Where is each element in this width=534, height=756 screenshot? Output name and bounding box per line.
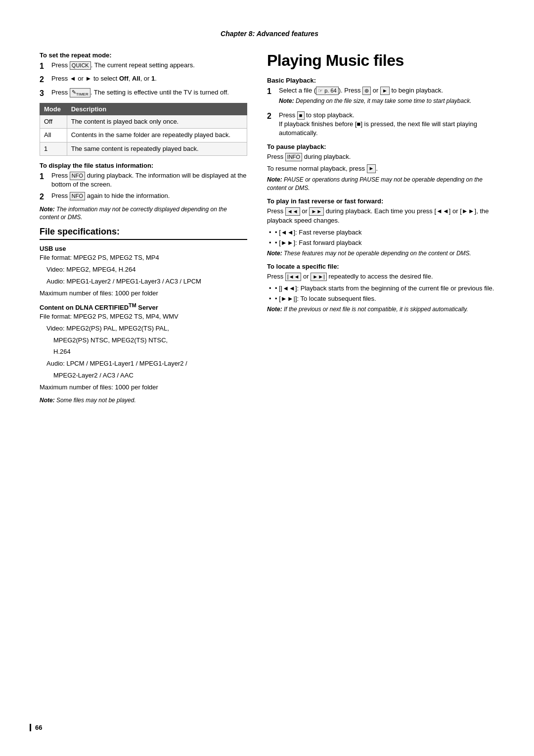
locate-file-heading: To locate a specific file: [267, 263, 499, 270]
chapter-header: Chapter 8: Advanced features [40, 30, 499, 38]
step-content-3: Press ✎TIMER. The setting is effective u… [51, 88, 247, 99]
bullet-fast-rev: • [◄◄]: Fast reverse playback [267, 228, 499, 237]
step-num-2: 2 [40, 191, 47, 202]
basic-step-2: 2 Press ■ to stop playback. If playback … [267, 111, 499, 138]
repeat-step-3: 3 Press ✎TIMER. The setting is effective… [40, 88, 247, 99]
locate-file-bullets: • [|◄◄]: Playback starts from the beginn… [267, 284, 499, 303]
table-header-mode: Mode [40, 103, 67, 115]
page-title: Playing Music files [267, 51, 499, 70]
mode-off: Off [40, 115, 67, 129]
step-num-2: 2 [267, 111, 275, 138]
pause-line2: To resume normal playback, press ►. [267, 164, 499, 174]
fast-play-heading: To play in fast reverse or fast forward: [267, 197, 499, 205]
step-content-2: Press ◄ or ► to select Off, All, or 1. [51, 74, 247, 85]
pause-note: Note: PAUSE or operations during PAUSE m… [267, 176, 499, 192]
pause-playback-section: To pause playback: Press INFO during pla… [267, 143, 499, 192]
dlna-heading: Content on DLNA CERTIFIEDTM Server [40, 302, 247, 311]
basic-playback-heading: Basic Playback: [267, 77, 499, 84]
table-row: 1 The same content is repeatedly played … [40, 142, 247, 155]
page: Chapter 8: Advanced features To set the … [0, 0, 534, 756]
rew-btn: ◄◄ [285, 207, 300, 216]
usb-heading: USB use [40, 245, 247, 252]
desc-1: The same content is repeatedly played ba… [67, 142, 247, 155]
left-column: To set the repeat mode: 1 Press QUICK. T… [40, 51, 247, 410]
file-status-step-2: 2 Press NFO again to hide the informatio… [40, 191, 247, 202]
page-number: 66 [30, 724, 42, 731]
step-content-1: Press QUICK. The current repeat setting … [51, 61, 247, 72]
usb-max-files: Maximum number of files: 1000 per folder [40, 289, 247, 298]
file-spec-note: Note: Some files may not be played. [40, 396, 247, 405]
table-row: All Contents in the same folder are repe… [40, 129, 247, 142]
two-column-layout: To set the repeat mode: 1 Press QUICK. T… [40, 51, 499, 410]
pause-line1: Press INFO during playback. [267, 152, 499, 162]
step-content-1: Select a file (☞ p. 64). Press ⊛ or ► to… [279, 86, 499, 108]
quick-btn: QUICK [70, 61, 91, 70]
usb-audio: Audio: MPEG1-Layer2 / MPEG1-Layer3 / AC3… [46, 277, 247, 286]
fast-play-section: To play in fast reverse or fast forward:… [267, 197, 499, 258]
file-status-heading: To display the file status information: [40, 162, 247, 169]
desc-off: The content is played back only once. [67, 115, 247, 129]
step-num-1: 1 [40, 171, 47, 189]
table-row: Off The content is played back only once… [40, 115, 247, 129]
locate-file-text: Press |◄◄ or ►►| repeatedly to access th… [267, 272, 499, 282]
bullet-next-file: • [►►|]: To locate subsequent files. [267, 294, 499, 303]
repeat-step-2: 2 Press ◄ or ► to select Off, All, or 1. [40, 74, 247, 85]
mode-all: All [40, 129, 67, 142]
nfo-btn-2: NFO [70, 192, 85, 200]
fast-play-text: Press ◄◄ or ►► during playback. Each tim… [267, 207, 499, 226]
desc-all: Contents in the same folder are repeated… [67, 129, 247, 142]
stop-btn: ■ [297, 111, 305, 120]
basic-step-1-note: Note: Depending on the file size, it may… [279, 97, 499, 105]
step-content-2: Press NFO again to hide the information. [51, 191, 247, 202]
file-spec-section: File specifications: USB use File format… [40, 227, 247, 404]
dlna-max-files: Maximum number of files: 1000 per folder [40, 383, 247, 392]
pause-playback-heading: To pause playback: [267, 143, 499, 150]
prev-btn: |◄◄ [285, 273, 302, 281]
dlna-audio-2: MPEG2-Layer2 / AC3 / AAC [53, 371, 247, 380]
step-content-1: Press NFO during playback. The informati… [51, 171, 247, 189]
mode-1: 1 [40, 142, 67, 155]
right-column: Playing Music files Basic Playback: 1 Se… [267, 51, 499, 410]
file-status-steps: 1 Press NFO during playback. The informa… [40, 171, 247, 203]
step-content-2: Press ■ to stop playback. If playback fi… [279, 111, 499, 138]
fast-play-bullets: • [◄◄]: Fast reverse playback • [►►]: Fa… [267, 228, 499, 247]
bullet-fast-fwd: • [►►]: Fast forward playback [267, 238, 499, 247]
resume-btn: ► [367, 164, 376, 173]
ff-btn: ►► [309, 207, 324, 216]
timer-btn: ✎TIMER [70, 88, 90, 97]
step-num-1: 1 [40, 61, 47, 72]
mode-table: Mode Description Off The content is play… [40, 103, 247, 156]
file-status-section: To display the file status information: … [40, 162, 247, 222]
info-btn: INFO [285, 153, 302, 161]
next-btn: ►►| [311, 273, 327, 281]
file-spec-title: File specifications: [40, 227, 247, 240]
step-num-3: 3 [40, 88, 47, 99]
step-num-2: 2 [40, 74, 47, 85]
repeat-step-1: 1 Press QUICK. The current repeat settin… [40, 61, 247, 72]
table-header-desc: Description [67, 103, 247, 115]
dlna-audio-1: Audio: LPCM / MPEG1-Layer1 / MPEG1-Layer… [46, 359, 247, 369]
usb-video: Video: MPEG2, MPEG4, H.264 [46, 265, 247, 275]
locate-file-section: To locate a specific file: Press |◄◄ or … [267, 263, 499, 314]
dlna-file-format: File format: MPEG2 PS, MPEG2 TS, MP4, WM… [40, 312, 247, 322]
fast-play-note: Note: These features may not be operable… [267, 249, 499, 258]
bullet-prev-file: • [|◄◄]: Playback starts from the beginn… [267, 284, 499, 293]
repeat-mode-heading: To set the repeat mode: [40, 51, 247, 59]
ref-btn: ☞ p. 64 [316, 87, 339, 95]
basic-playback-section: Basic Playback: 1 Select a file (☞ p. 64… [267, 77, 499, 138]
repeat-mode-steps: 1 Press QUICK. The current repeat settin… [40, 61, 247, 99]
dlna-video-3: H.264 [53, 347, 247, 357]
file-status-step-1: 1 Press NFO during playback. The informa… [40, 171, 247, 189]
step-num-1: 1 [267, 86, 275, 108]
usb-file-format: File format: MPEG2 PS, MPEG2 TS, MP4 [40, 253, 247, 263]
basic-playback-steps: 1 Select a file (☞ p. 64). Press ⊛ or ► … [267, 86, 499, 138]
basic-step-1: 1 Select a file (☞ p. 64). Press ⊛ or ► … [267, 86, 499, 108]
dlna-video-1: Video: MPEG2(PS) PAL, MPEG2(TS) PAL, [46, 324, 247, 333]
file-status-note: Note: The information may not be correct… [40, 205, 247, 222]
locate-file-note: Note: If the previous or next file is no… [267, 305, 499, 314]
play-btn: ► [380, 87, 390, 95]
nfo-btn: NFO [70, 172, 85, 180]
ok-btn: ⊛ [362, 87, 371, 95]
repeat-mode-section: To set the repeat mode: 1 Press QUICK. T… [40, 51, 247, 156]
dlna-video-2: MPEG2(PS) NTSC, MPEG2(TS) NTSC, [53, 336, 247, 345]
